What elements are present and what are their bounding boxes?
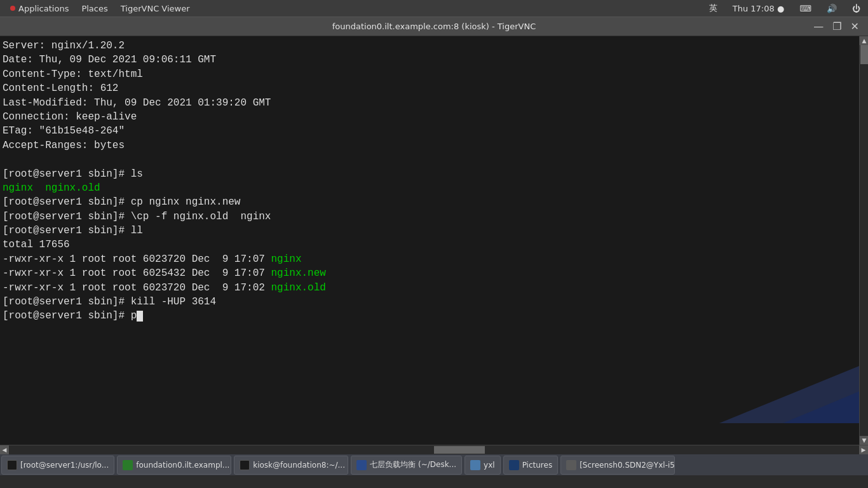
term-line: Accept-Ranges: bytes: [3, 139, 865, 152]
term-line: -rwxr-xr-x 1 root root 6025432 Dec 9 17:…: [3, 266, 865, 280]
term-line: [3, 152, 865, 166]
term-line: Content-Type: text/html: [3, 67, 865, 81]
menu-bar: Applications Places TigerVNC Viewer 英 Th…: [0, 0, 868, 17]
taskbar-item-yxl[interactable]: yxl: [465, 456, 501, 475]
menu-places-label: Places: [81, 4, 107, 13]
vnc-content-area: Server: nginx/1.20.2 Date: Thu, 09 Dec 2…: [0, 36, 868, 445]
hscrollbar-right-arrow[interactable]: ▶: [859, 445, 868, 454]
term-line: total 17656: [3, 238, 865, 252]
taskbar-item-7layer[interactable]: 七层负载均衡 (~/Desk...: [351, 456, 462, 475]
taskbar-item-terminal[interactable]: [root@server1:/usr/lo...: [1, 456, 114, 475]
window-titlebar: foundation0.ilt.example.com:8 (kiosk) - …: [0, 17, 868, 36]
taskbar-icon-terminal: [7, 460, 17, 470]
menu-places[interactable]: Places: [75, 3, 114, 15]
menu-tigervnc-label: TigerVNC Viewer: [121, 4, 190, 13]
term-line: ETag: "61b15e48-264": [3, 124, 865, 138]
terminal-cursor: [137, 311, 143, 322]
taskbar-label-screenshot: [Screensh0.SDN2@Yxl-i54: [580, 461, 675, 470]
term-text-green: nginx: [271, 254, 301, 265]
vertical-scrollbar[interactable]: ▲ ▼: [859, 36, 868, 445]
hscrollbar-left-arrow[interactable]: ◀: [0, 445, 9, 454]
keyboard-indicator[interactable]: ⌨: [796, 3, 815, 15]
term-current-line[interactable]: [root@server1 sbin]# p: [3, 309, 865, 323]
taskbar-label-7layer: 七层负载均衡 (~/Desk...: [370, 459, 456, 470]
scrollbar-up-arrow[interactable]: ▲: [860, 36, 868, 45]
term-text-white: -rwxr-xr-x 1 root root 6023720 Dec 9 17:…: [3, 254, 271, 265]
clock-label: Thu 17:08 ●: [733, 4, 785, 13]
scrollbar-thumb[interactable]: [860, 45, 868, 64]
taskbar-icon-pictures: [509, 460, 519, 470]
taskbar-icon-7layer: [356, 460, 367, 470]
menu-tigervnc[interactable]: TigerVNC Viewer: [114, 3, 196, 15]
scrollbar-down-arrow[interactable]: ▼: [860, 436, 868, 445]
taskbar-label-kiosk: kiosk@foundation8:~/...: [253, 461, 345, 470]
term-text-white: -rwxr-xr-x 1 root root 6025432 Dec 9 17:…: [3, 268, 271, 279]
taskbar-item-screenshot[interactable]: [Screensh0.SDN2@Yxl-i54: [560, 456, 675, 475]
taskbar-icon-screenshot: [566, 460, 576, 470]
menu-applications[interactable]: Applications: [4, 3, 75, 15]
lang-indicator[interactable]: 英: [705, 1, 721, 15]
taskbar: [root@server1:/usr/lo... foundation0.ilt…: [0, 454, 868, 475]
taskbar-item-foundation[interactable]: foundation0.ilt.exampl...: [117, 456, 231, 475]
menu-applications-label: Applications: [18, 4, 69, 13]
window-controls: — ❐ ✕: [811, 22, 862, 32]
term-line: [root@server1 sbin]# \cp -f nginx.old ng…: [3, 210, 865, 224]
term-line: [root@server1 sbin]# cp nginx nginx.new: [3, 195, 865, 209]
taskbar-item-pictures[interactable]: Pictures: [503, 456, 559, 475]
clock-display: Thu 17:08 ●: [729, 3, 789, 15]
term-line: Connection: keep-alive: [3, 110, 865, 124]
volume-indicator[interactable]: 🔊: [823, 3, 841, 15]
taskbar-icon-kiosk: [240, 460, 250, 470]
taskbar-icon-foundation: [123, 460, 133, 470]
close-button[interactable]: ✕: [848, 22, 862, 32]
term-line: Server: nginx/1.20.2: [3, 39, 865, 53]
taskbar-label-yxl: yxl: [484, 461, 495, 470]
term-line: Date: Thu, 09 Dec 2021 09:06:11 GMT: [3, 53, 865, 67]
hscrollbar-track[interactable]: [9, 445, 859, 454]
menu-bar-right: 英 Thu 17:08 ● ⌨ 🔊 ⏻: [705, 1, 864, 15]
menu-bar-left: Applications Places TigerVNC Viewer: [4, 3, 196, 15]
term-line: [root@server1 sbin]# ll: [3, 224, 865, 238]
keyboard-icon: ⌨: [799, 4, 811, 13]
volume-icon: 🔊: [827, 4, 837, 13]
taskbar-item-kiosk[interactable]: kiosk@foundation8:~/...: [234, 456, 348, 475]
power-icon: ⏻: [852, 4, 860, 13]
maximize-button[interactable]: ❐: [830, 22, 844, 32]
taskbar-label-foundation: foundation0.ilt.exampl...: [136, 461, 229, 470]
term-text-green: nginx nginx.old: [3, 182, 100, 194]
term-text-white: -rwxr-xr-x 1 root root 6023720 Dec 9 17:…: [3, 282, 271, 294]
taskbar-label-pictures: Pictures: [522, 461, 553, 470]
term-line: [root@server1 sbin]# ls: [3, 167, 865, 181]
term-line: -rwxr-xr-x 1 root root 6023720 Dec 9 17:…: [3, 281, 865, 295]
minimize-button[interactable]: —: [811, 22, 826, 32]
term-line: Last-Modified: Thu, 09 Dec 2021 01:39:20…: [3, 96, 865, 110]
terminal-output[interactable]: Server: nginx/1.20.2 Date: Thu, 09 Dec 2…: [0, 36, 868, 445]
term-line: nginx nginx.old: [3, 181, 865, 195]
term-line: Content-Length: 612: [3, 81, 865, 95]
power-button[interactable]: ⏻: [848, 3, 864, 15]
hscrollbar-thumb[interactable]: [434, 446, 485, 454]
term-text-green: nginx.old: [271, 282, 325, 294]
lang-label: 英: [709, 3, 717, 13]
horizontal-scrollbar[interactable]: ◀ ▶: [0, 445, 868, 454]
term-line: -rwxr-xr-x 1 root root 6023720 Dec 9 17:…: [3, 252, 865, 266]
term-line: [root@server1 sbin]# kill -HUP 3614: [3, 295, 865, 309]
window-title: foundation0.ilt.example.com:8 (kiosk) - …: [332, 22, 536, 31]
menu-dot-icon: [10, 6, 15, 11]
term-text-green: nginx.new: [271, 268, 325, 279]
taskbar-label-terminal: [root@server1:/usr/lo...: [20, 461, 109, 470]
taskbar-icon-yxl: [470, 460, 480, 470]
